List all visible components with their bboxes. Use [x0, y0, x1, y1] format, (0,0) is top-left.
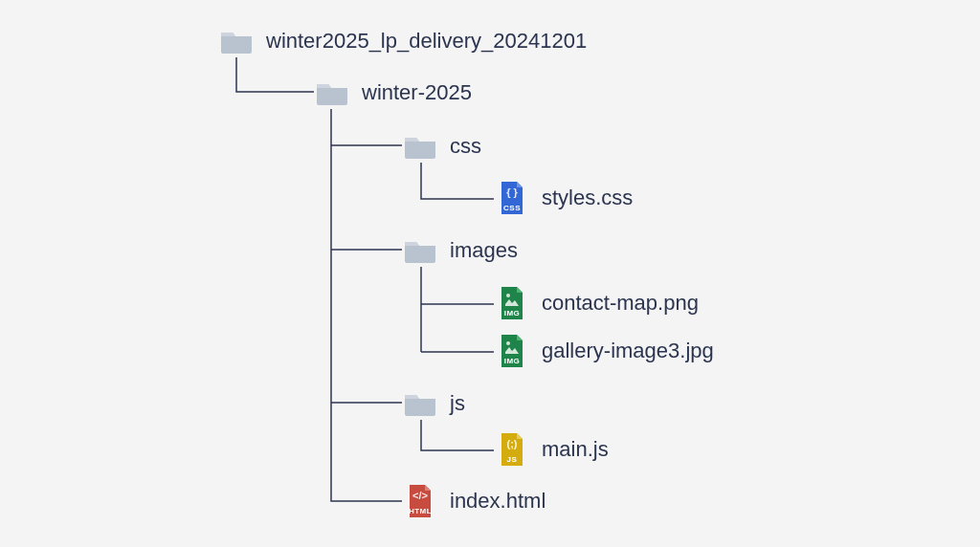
file-badge: HTML [402, 507, 438, 515]
file-tree-diagram: winter2025_lp_delivery_20241201 winter-2… [0, 0, 980, 547]
image-file-icon: IMG [494, 285, 530, 321]
file-styles-css: { } CSS styles.css [494, 180, 633, 216]
folder-label: js [450, 391, 465, 416]
folder-label: images [450, 238, 518, 263]
js-file-icon: (;) JS [494, 431, 530, 468]
file-badge: JS [494, 455, 530, 464]
folder-label: winter2025_lp_delivery_20241201 [266, 29, 587, 54]
folder-icon [218, 23, 255, 59]
folder-images: images [402, 232, 518, 269]
folder-label: winter-2025 [362, 80, 472, 105]
folder-icon [402, 385, 438, 422]
file-main-js: (;) JS main.js [494, 431, 609, 468]
image-file-icon: IMG [494, 333, 530, 369]
folder-js: js [402, 385, 465, 422]
file-label: contact-map.png [542, 291, 699, 316]
file-label: gallery-image3.jpg [542, 339, 714, 363]
file-symbol: { } [494, 186, 530, 198]
file-badge: IMG [494, 357, 530, 365]
file-badge: CSS [494, 204, 530, 212]
css-file-icon: { } CSS [494, 180, 530, 216]
file-badge: IMG [494, 309, 530, 317]
folder-icon [314, 75, 350, 111]
tree-connectors [0, 0, 980, 547]
folder-icon [402, 232, 438, 269]
svg-point-1 [506, 341, 510, 345]
folder-label: css [450, 134, 481, 159]
folder-icon [402, 128, 438, 164]
file-label: main.js [542, 437, 609, 462]
folder-winter-2025: winter-2025 [314, 75, 472, 111]
file-symbol: </> [402, 490, 438, 501]
folder-root: winter2025_lp_delivery_20241201 [218, 23, 587, 59]
file-symbol: (;) [494, 438, 530, 449]
file-label: index.html [450, 489, 546, 514]
file-contact-map: IMG contact-map.png [494, 285, 699, 321]
file-index-html: </> HTML index.html [402, 483, 546, 519]
file-label: styles.css [542, 186, 633, 210]
folder-css: css [402, 128, 481, 164]
file-gallery-image3: IMG gallery-image3.jpg [494, 333, 714, 369]
svg-point-0 [506, 294, 510, 297]
html-file-icon: </> HTML [402, 483, 438, 519]
